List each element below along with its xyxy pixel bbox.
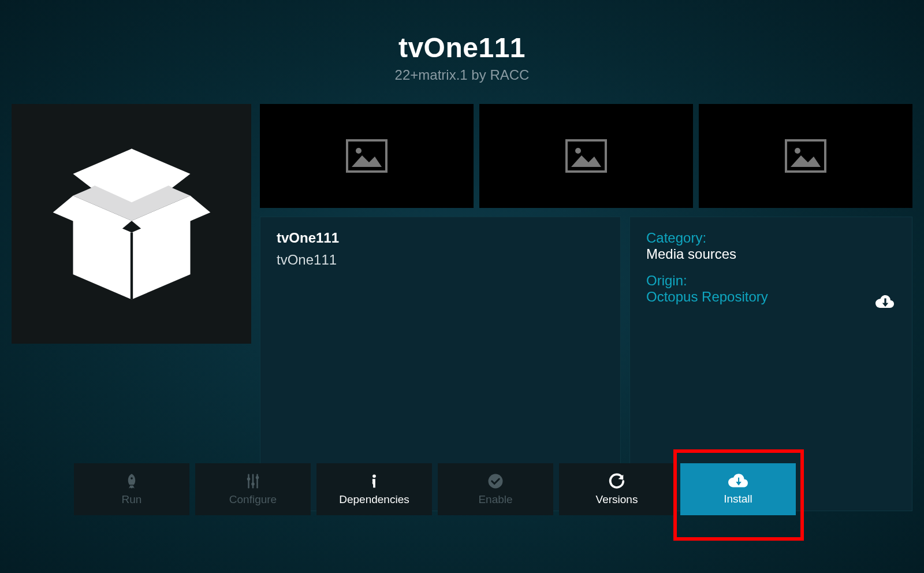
svg-point-22 [247, 478, 251, 481]
check-circle-icon [487, 472, 504, 490]
configure-button[interactable]: Configure [195, 463, 311, 515]
versions-label: Versions [596, 493, 638, 506]
origin-row: Octopus Repository [646, 289, 896, 315]
rocket-icon [123, 472, 140, 490]
install-button[interactable]: Install [680, 463, 796, 515]
svg-point-24 [256, 476, 259, 479]
by-label: by [471, 67, 486, 83]
addon-author: RACC [490, 67, 529, 83]
svg-marker-14 [571, 155, 601, 167]
svg-point-26 [489, 474, 503, 489]
dependencies-button[interactable]: Dependencies [316, 463, 432, 515]
description-title: tvOne111 [277, 230, 604, 246]
dependencies-label: Dependencies [339, 493, 409, 506]
sliders-icon [244, 472, 262, 490]
addon-icon-box[interactable] [12, 104, 251, 344]
svg-point-23 [251, 482, 255, 486]
screenshot-thumbnail[interactable] [260, 104, 474, 208]
cloud-install-icon [728, 473, 748, 489]
description-text: tvOne111 [277, 252, 604, 268]
svg-marker-17 [791, 155, 821, 167]
screenshot-thumbnail[interactable] [699, 104, 912, 208]
run-label: Run [122, 493, 142, 506]
svg-point-13 [575, 148, 581, 154]
image-placeholder-icon [785, 139, 826, 173]
svg-point-18 [131, 477, 133, 479]
screenshot-thumbnail[interactable] [479, 104, 693, 208]
enable-button[interactable]: Enable [438, 463, 553, 515]
header: tvOne111 22+matrix.1 by RACC [0, 0, 924, 83]
configure-label: Configure [229, 493, 277, 506]
category-value: Media sources [646, 246, 896, 262]
refresh-icon [608, 472, 625, 490]
screenshots-row [260, 104, 912, 208]
addon-version: 22+matrix.1 [395, 67, 468, 83]
origin-value[interactable]: Octopus Repository [646, 289, 768, 305]
cloud-download-icon [875, 295, 895, 310]
enable-label: Enable [478, 493, 512, 506]
addon-title: tvOne111 [0, 32, 924, 64]
svg-marker-11 [352, 155, 382, 167]
addon-subtitle: 22+matrix.1 by RACC [0, 67, 924, 83]
image-placeholder-icon [346, 139, 388, 173]
image-placeholder-icon [565, 139, 607, 173]
run-button[interactable]: Run [74, 463, 189, 515]
svg-point-10 [356, 148, 362, 154]
open-box-icon [48, 140, 215, 308]
category-label: Category: [646, 230, 896, 246]
install-label: Install [724, 493, 752, 505]
versions-button[interactable]: Versions [559, 463, 675, 515]
origin-label: Origin: [646, 273, 896, 289]
action-buttons-row: Run Configure Dependencies Enable [74, 463, 796, 515]
info-icon [366, 472, 383, 490]
svg-point-16 [795, 148, 800, 154]
svg-point-25 [372, 474, 376, 478]
